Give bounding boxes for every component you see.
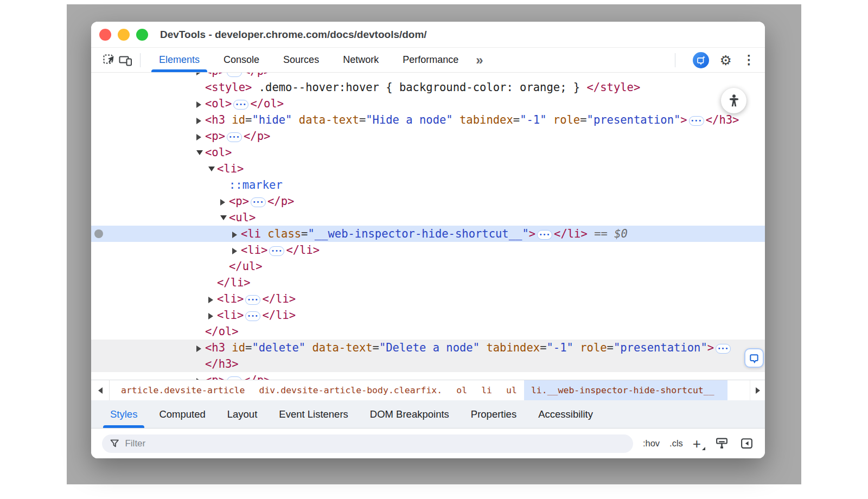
element-classes-button[interactable]: .cls bbox=[669, 438, 683, 449]
tag-token: <style> bbox=[205, 81, 252, 94]
tag-token: </p> bbox=[244, 130, 270, 143]
breadcrumb-item[interactable]: div.devsite-article-body.clearfix. bbox=[252, 380, 449, 400]
ellipsis-expand-icon[interactable]: ••• bbox=[689, 116, 704, 126]
ellipsis-expand-icon[interactable]: ••• bbox=[227, 73, 242, 77]
attribute-value-token: "__web-inspector-hide-shortcut__" bbox=[308, 227, 528, 240]
tab-elements[interactable]: Elements bbox=[147, 48, 212, 72]
rendering-brush-icon[interactable] bbox=[714, 436, 729, 451]
desktop-background: DevTools - developer.chrome.com/docs/dev… bbox=[67, 4, 801, 484]
tab-performance[interactable]: Performance bbox=[391, 48, 470, 72]
more-menu-icon[interactable]: ⋮ bbox=[743, 53, 755, 67]
dom-row[interactable]: </h3> bbox=[91, 356, 765, 372]
breadcrumb: article.devsite-articlediv.devsite-artic… bbox=[91, 380, 765, 400]
tag-token: <h3 bbox=[205, 341, 225, 354]
expand-arrow-icon[interactable] bbox=[196, 112, 205, 128]
tab-sources[interactable]: Sources bbox=[271, 48, 331, 72]
ellipsis-expand-icon[interactable]: ••• bbox=[227, 132, 242, 142]
dom-row[interactable]: <ol> bbox=[91, 144, 765, 161]
sidebar-tab-properties[interactable]: Properties bbox=[462, 400, 526, 428]
expand-arrow-icon[interactable] bbox=[196, 372, 205, 380]
styles-filter-bar: :hov .cls + bbox=[91, 428, 765, 458]
expand-arrow-icon[interactable] bbox=[196, 340, 205, 356]
dom-row[interactable]: <h3 id="delete" data-text="Delete a node… bbox=[91, 340, 765, 356]
ellipsis-expand-icon[interactable]: ••• bbox=[537, 230, 552, 240]
ellipsis-expand-icon[interactable]: ••• bbox=[233, 100, 248, 110]
expand-arrow-icon[interactable] bbox=[208, 291, 217, 307]
new-style-rule-button[interactable]: + bbox=[693, 437, 704, 451]
dom-row[interactable]: <h3 id="hide" data-text="Hide a node" ta… bbox=[91, 112, 765, 128]
dom-row[interactable]: ::marker bbox=[91, 177, 765, 193]
tag-token: <ul> bbox=[229, 211, 256, 224]
inspect-element-icon[interactable] bbox=[101, 52, 117, 68]
tag-token: <p> bbox=[205, 130, 225, 143]
breadcrumb-item[interactable]: ul bbox=[499, 380, 524, 400]
collapse-arrow-icon[interactable] bbox=[196, 144, 205, 161]
expand-arrow-icon[interactable] bbox=[196, 73, 205, 79]
breadcrumb-item[interactable]: ol bbox=[449, 380, 474, 400]
attribute-name-token: tabindex bbox=[480, 341, 540, 354]
ellipsis-expand-icon[interactable]: ••• bbox=[245, 311, 260, 321]
dom-row[interactable]: <style> .demo--hover:hover { background-… bbox=[91, 79, 765, 95]
ai-assistant-float-button[interactable] bbox=[744, 348, 764, 368]
sidebar-tab-accessibility[interactable]: Accessibility bbox=[529, 400, 602, 428]
sidebar-tab-styles[interactable]: Styles bbox=[101, 400, 146, 428]
breadcrumb-right-arrow-icon[interactable] bbox=[750, 380, 765, 400]
ellipsis-expand-icon[interactable]: ••• bbox=[227, 376, 242, 380]
dom-row[interactable]: <li>•••</li> bbox=[91, 307, 765, 323]
expand-arrow-icon[interactable] bbox=[208, 307, 217, 323]
expand-arrow-icon[interactable] bbox=[232, 226, 241, 242]
sidebar-tab-layout[interactable]: Layout bbox=[218, 400, 267, 428]
dom-row[interactable]: <p>•••</p> bbox=[91, 73, 765, 79]
sidebar-tab-dom-breakpoints[interactable]: DOM Breakpoints bbox=[361, 400, 458, 428]
dom-row[interactable]: <p>•••</p> bbox=[91, 193, 765, 209]
breadcrumb-item[interactable]: li bbox=[474, 380, 499, 400]
dom-row[interactable]: <ol>•••</ol> bbox=[91, 95, 765, 112]
tag-token: </li> bbox=[217, 276, 251, 289]
tag-token: </p> bbox=[244, 73, 270, 78]
ellipsis-expand-icon[interactable]: ••• bbox=[269, 246, 284, 256]
sidebar-tab-computed[interactable]: Computed bbox=[150, 400, 214, 428]
expand-arrow-icon[interactable] bbox=[196, 128, 205, 144]
tag-token: </li> bbox=[262, 309, 296, 322]
collapse-arrow-icon[interactable] bbox=[208, 161, 217, 177]
ellipsis-expand-icon[interactable]: ••• bbox=[245, 295, 260, 305]
ellipsis-expand-icon[interactable]: ••• bbox=[251, 197, 266, 207]
dom-row[interactable]: <ul> bbox=[91, 209, 765, 226]
dom-row[interactable]: <li> bbox=[91, 161, 765, 177]
dom-row[interactable]: <p>•••</p> bbox=[91, 372, 765, 380]
more-panels-chevron-icon[interactable]: » bbox=[470, 53, 488, 68]
tab-network[interactable]: Network bbox=[331, 48, 391, 72]
dom-row[interactable]: </ol> bbox=[91, 323, 765, 340]
styles-filter-input[interactable] bbox=[125, 438, 625, 449]
ellipsis-expand-icon[interactable]: ••• bbox=[716, 344, 731, 354]
attribute-name-token: data-text bbox=[292, 113, 359, 126]
text-token: .demo--hover:hover { background-color: o… bbox=[252, 81, 586, 94]
settings-gear-icon[interactable]: ⚙ bbox=[720, 52, 732, 68]
sidebar-tab-event-listeners[interactable]: Event Listeners bbox=[270, 400, 358, 428]
dom-row[interactable]: </li> bbox=[91, 274, 765, 291]
traffic-light-close-button[interactable] bbox=[99, 29, 111, 41]
expand-arrow-icon[interactable] bbox=[196, 95, 205, 112]
expand-arrow-icon[interactable] bbox=[220, 193, 229, 209]
dom-row[interactable]: <li>•••</li> bbox=[91, 242, 765, 258]
traffic-light-zoom-button[interactable] bbox=[136, 29, 148, 41]
accessibility-icon[interactable] bbox=[721, 88, 746, 113]
breadcrumb-left-arrow-icon[interactable] bbox=[91, 380, 110, 400]
device-toolbar-icon[interactable] bbox=[117, 52, 133, 68]
attribute-name-token: role bbox=[547, 113, 580, 126]
tab-console[interactable]: Console bbox=[212, 48, 271, 72]
breadcrumb-item-selected[interactable]: li.__web-inspector-hide-shortcut__ bbox=[524, 380, 727, 400]
traffic-light-minimize-button[interactable] bbox=[118, 29, 130, 41]
toggle-sidebar-icon[interactable] bbox=[739, 436, 754, 451]
dom-row[interactable]: <li>•••</li> bbox=[91, 291, 765, 307]
expand-arrow-icon[interactable] bbox=[232, 242, 241, 258]
ai-assistant-icon[interactable] bbox=[693, 52, 709, 68]
dom-row[interactable]: <p>•••</p> bbox=[91, 128, 765, 144]
collapse-arrow-icon[interactable] bbox=[220, 209, 229, 226]
dollar-zero-hint: == $0 bbox=[588, 227, 628, 240]
toggle-element-state-button[interactable]: :hov bbox=[643, 438, 660, 449]
attribute-name-token: id bbox=[225, 113, 245, 126]
dom-row[interactable]: </ul> bbox=[91, 258, 765, 274]
dom-row-selected[interactable]: <li class="__web-inspector-hide-shortcut… bbox=[91, 226, 765, 242]
breadcrumb-item[interactable]: article.devsite-article bbox=[114, 380, 252, 400]
